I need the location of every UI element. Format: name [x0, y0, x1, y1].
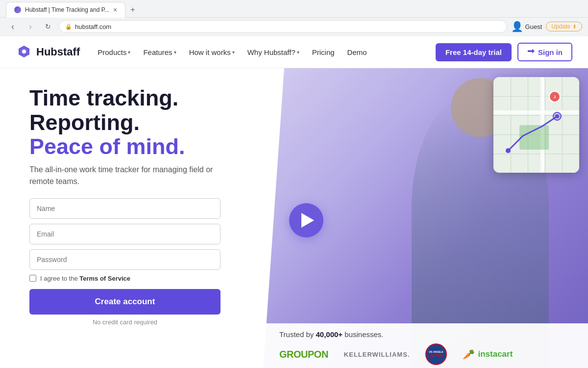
nav-item-why-hubstaff[interactable]: Why Hubstaff? ▾	[242, 45, 305, 59]
update-icon: ⬆	[572, 24, 577, 30]
terms-row: I agree to the Terms of Service	[29, 275, 220, 282]
chevron-down-icon: ▾	[174, 50, 176, 55]
url-bar[interactable]: 🔒 hubstaff.com	[59, 20, 507, 33]
nav-item-products[interactable]: Products ▾	[92, 45, 136, 59]
logo-instacart: 🥕 instacart	[463, 348, 513, 360]
tab-favicon	[14, 6, 21, 13]
nav-item-demo[interactable]: Demo	[342, 45, 373, 59]
new-tab-button[interactable]: +	[125, 2, 140, 18]
nav-links: Products ▾ Features ▾ How it works ▾ Why…	[92, 45, 436, 59]
svg-text:CLIPPERS: CLIPPERS	[429, 354, 443, 357]
trusted-section: Trusted by 40,000+ businesses. GROUPON K…	[260, 323, 588, 368]
logo[interactable]: Hubstaff	[16, 44, 80, 60]
tab-close-icon[interactable]: ×	[113, 6, 117, 14]
signin-icon: ⮕	[527, 48, 535, 56]
logo-clippers: LOS ANGELES CLIPPERS	[425, 343, 447, 365]
back-button[interactable]: ‹	[6, 20, 20, 33]
no-credit-card-text: No credit card required	[29, 318, 220, 326]
terms-checkbox[interactable]	[29, 275, 36, 282]
svg-point-3	[506, 148, 511, 153]
terms-text: I agree to the Terms of Service	[40, 275, 130, 282]
play-triangle-icon	[301, 213, 314, 228]
main-nav: Hubstaff Products ▾ Features ▾ How it wo…	[0, 36, 588, 68]
nav-actions: Free 14-day trial ⮕ Sign in	[436, 43, 572, 61]
address-bar-row: ‹ › ↻ 🔒 hubstaff.com 👤 Guest Update ⬆	[0, 18, 588, 36]
update-button[interactable]: Update ⬆	[546, 22, 582, 31]
trial-button[interactable]: Free 14-day trial	[436, 43, 512, 61]
svg-point-5	[555, 114, 559, 118]
map-card: J	[493, 77, 579, 173]
password-input[interactable]	[29, 249, 220, 270]
nav-item-pricing[interactable]: Pricing	[306, 45, 341, 59]
url-text: hubstaff.com	[75, 23, 111, 30]
browser-account[interactable]: 👤 Guest	[511, 21, 542, 32]
chevron-down-icon: ▾	[232, 50, 235, 55]
active-tab[interactable]: Hubstaff | Time Tracking and P... ×	[6, 2, 125, 18]
hero-section: Time tracking. Reporting. Peace of mind.…	[0, 68, 588, 368]
trusted-text: Trusted by 40,000+ businesses.	[279, 330, 572, 339]
tab-title: Hubstaff | Time Tracking and P...	[25, 6, 109, 13]
logos-row: GROUPON KELLERWILLIAMS. LOS ANGELES CLIP…	[279, 343, 572, 365]
carrot-icon: 🥕	[463, 348, 475, 360]
logo-keller-williams: KELLERWILLIAMS.	[344, 351, 410, 358]
nav-item-how-it-works[interactable]: How it works ▾	[183, 45, 241, 59]
signin-button[interactable]: ⮕ Sign in	[517, 43, 572, 61]
logo-text: Hubstaff	[36, 46, 80, 58]
trusted-count: 40,000+	[316, 330, 343, 339]
forward-button[interactable]: ›	[24, 20, 37, 33]
browser-chrome: Hubstaff | Time Tracking and P... × +	[0, 0, 588, 18]
chevron-down-icon: ▾	[128, 50, 130, 55]
map-avatar-pin: J	[549, 91, 561, 103]
hero-left: Time tracking. Reporting. Peace of mind.…	[0, 68, 260, 368]
map-background: J	[493, 77, 579, 173]
terms-link[interactable]: Terms of Service	[79, 275, 130, 282]
email-input[interactable]	[29, 224, 220, 244]
nav-item-features[interactable]: Features ▾	[137, 45, 182, 59]
create-account-button[interactable]: Create account	[29, 289, 220, 315]
hero-subtext: The all-in-one work time tracker for man…	[29, 164, 225, 187]
svg-text:LOS ANGELES: LOS ANGELES	[429, 350, 443, 353]
logo-groupon: GROUPON	[279, 349, 328, 360]
guest-label: Guest	[525, 23, 542, 30]
chevron-down-icon: ▾	[297, 50, 299, 55]
svg-point-2	[22, 50, 26, 53]
hero-headline: Time tracking. Reporting. Peace of mind.	[29, 86, 244, 159]
reload-button[interactable]: ↻	[41, 20, 55, 33]
map-route	[493, 77, 579, 173]
account-icon: 👤	[511, 21, 523, 32]
hero-right: J Trusted by 40,000+ businesses. GROUPON…	[260, 68, 588, 368]
hero-headline-purple: Peace of mind.	[29, 134, 185, 159]
name-input[interactable]	[29, 198, 220, 219]
update-label: Update	[551, 23, 570, 30]
play-button[interactable]	[289, 203, 323, 237]
browser-tabs: Hubstaff | Time Tracking and P... × +	[6, 0, 582, 18]
lock-icon: 🔒	[65, 24, 72, 30]
logo-icon	[16, 44, 32, 60]
